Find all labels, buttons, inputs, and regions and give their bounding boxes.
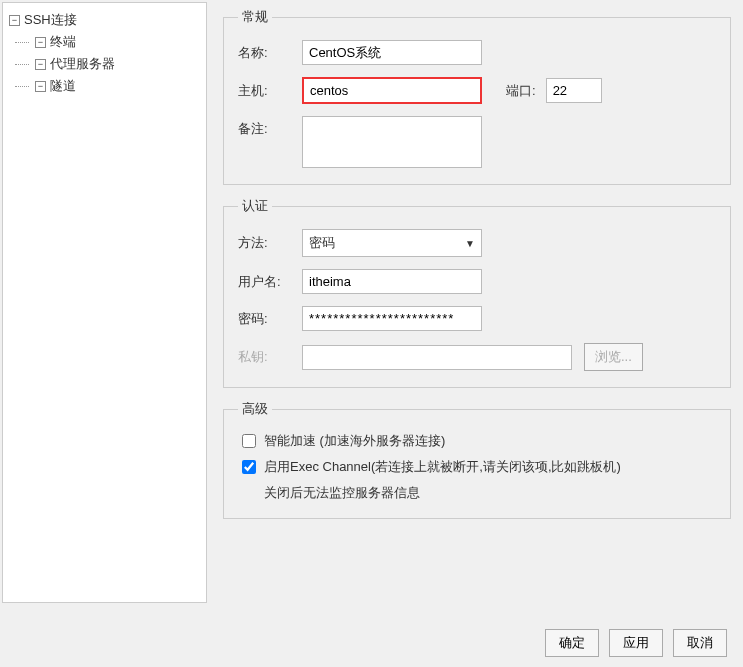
general-group: 常规 名称: 主机: 端口: 备注: [223, 8, 731, 185]
collapse-icon[interactable]: − [9, 15, 20, 26]
port-input[interactable] [546, 78, 602, 103]
method-label: 方法: [238, 234, 302, 252]
tree-label: 隧道 [50, 77, 76, 95]
apply-button[interactable]: 应用 [609, 629, 663, 657]
collapse-icon[interactable]: − [35, 59, 46, 70]
advanced-legend: 高级 [238, 400, 272, 418]
key-label: 私钥: [238, 348, 302, 366]
tree-label: 终端 [50, 33, 76, 51]
smart-accel-checkbox[interactable] [242, 434, 256, 448]
dialog-buttons: 确定 应用 取消 [545, 629, 727, 657]
pass-label: 密码: [238, 310, 302, 328]
exec-channel-checkbox[interactable] [242, 460, 256, 474]
method-select[interactable]: 密码 ▼ [302, 229, 482, 257]
name-label: 名称: [238, 44, 302, 62]
tree-item-proxy[interactable]: − 代理服务器 [7, 53, 202, 75]
private-key-input[interactable] [302, 345, 572, 370]
password-input[interactable] [302, 306, 482, 331]
tree-item-terminal[interactable]: − 终端 [7, 31, 202, 53]
ok-button[interactable]: 确定 [545, 629, 599, 657]
exec-channel-label: 启用Exec Channel(若连接上就被断开,请关闭该项,比如跳板机) [264, 458, 621, 476]
tree-label: 代理服务器 [50, 55, 115, 73]
host-input[interactable] [302, 77, 482, 104]
method-value: 密码 [309, 234, 335, 252]
general-legend: 常规 [238, 8, 272, 26]
user-label: 用户名: [238, 273, 302, 291]
tree-item-tunnel[interactable]: − 隧道 [7, 75, 202, 97]
nav-tree: − SSH连接 − 终端 − 代理服务器 − 隧道 [2, 2, 207, 603]
port-label: 端口: [506, 82, 536, 100]
remark-label: 备注: [238, 116, 302, 138]
advanced-group: 高级 智能加速 (加速海外服务器连接) 启用Exec Channel(若连接上就… [223, 400, 731, 519]
remark-input[interactable] [302, 116, 482, 168]
auth-group: 认证 方法: 密码 ▼ 用户名: 密码: 私钥: 浏览... [223, 197, 731, 388]
username-input[interactable] [302, 269, 482, 294]
name-input[interactable] [302, 40, 482, 65]
chevron-down-icon: ▼ [465, 238, 475, 249]
collapse-icon[interactable]: − [35, 81, 46, 92]
content-panel: 常规 名称: 主机: 端口: 备注: 认证 方法: 密码 [207, 0, 743, 605]
exec-channel-subtext: 关闭后无法监控服务器信息 [238, 484, 716, 502]
smart-accel-label: 智能加速 (加速海外服务器连接) [264, 432, 445, 450]
collapse-icon[interactable]: − [35, 37, 46, 48]
host-label: 主机: [238, 82, 302, 100]
cancel-button[interactable]: 取消 [673, 629, 727, 657]
browse-button[interactable]: 浏览... [584, 343, 643, 371]
tree-label: SSH连接 [24, 11, 77, 29]
auth-legend: 认证 [238, 197, 272, 215]
tree-root-ssh[interactable]: − SSH连接 [7, 9, 202, 31]
